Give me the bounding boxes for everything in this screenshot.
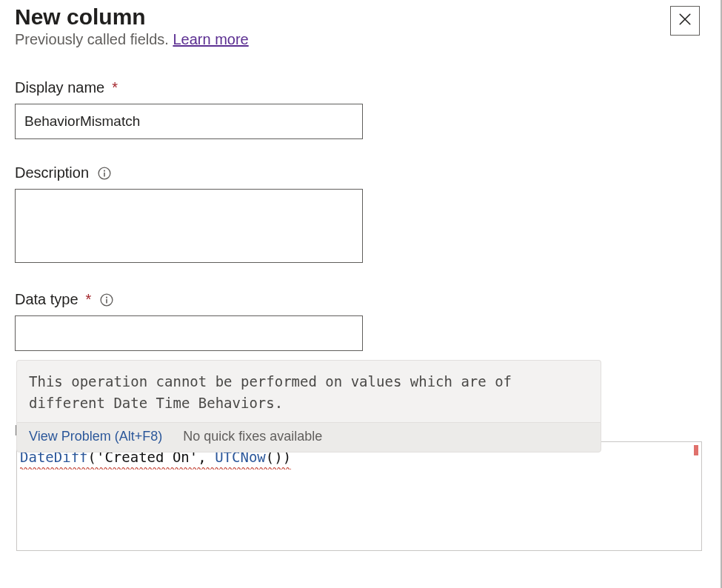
- no-quick-fixes-text: No quick fixes available: [183, 429, 322, 444]
- error-underline-icon: [20, 467, 291, 470]
- description-textarea[interactable]: [15, 189, 363, 263]
- description-label-text: Description: [15, 164, 89, 181]
- field-display-name: Display name *: [15, 79, 706, 139]
- required-marker: *: [112, 79, 118, 96]
- display-name-input[interactable]: [15, 104, 363, 139]
- svg-point-4: [106, 296, 107, 298]
- subtitle-text: Previously called fields.: [15, 31, 173, 47]
- page-subtitle: Previously called fields. Learn more: [15, 31, 706, 48]
- minimap-error-marker[interactable]: [694, 445, 698, 455]
- data-type-select[interactable]: [15, 315, 363, 351]
- required-marker: *: [86, 291, 92, 308]
- data-type-label-text: Data type: [15, 291, 78, 308]
- field-description: Description: [15, 164, 706, 266]
- tooltip-message: This operation cannot be performed on va…: [16, 360, 601, 422]
- close-icon: [678, 13, 692, 29]
- display-name-label-text: Display name: [15, 79, 104, 96]
- tooltip-footer: View Problem (Alt+F8) No quick fixes ava…: [16, 422, 601, 452]
- view-problem-link[interactable]: View Problem (Alt+F8): [29, 429, 162, 444]
- svg-rect-2: [104, 172, 105, 176]
- formula-editor[interactable]: DateDiff('Created On', UTCNow()): [16, 441, 702, 551]
- new-column-panel: New column Previously called fields. Lea…: [0, 0, 722, 588]
- description-label: Description: [15, 164, 706, 181]
- display-name-label: Display name *: [15, 79, 706, 96]
- data-type-label: Data type *: [15, 291, 706, 308]
- error-tooltip: This operation cannot be performed on va…: [16, 360, 601, 452]
- svg-rect-5: [107, 298, 108, 303]
- close-button[interactable]: [670, 6, 700, 36]
- info-icon[interactable]: [100, 293, 113, 307]
- svg-point-1: [104, 170, 105, 171]
- learn-more-link[interactable]: Learn more: [173, 31, 248, 47]
- info-icon[interactable]: [98, 167, 111, 180]
- page-title: New column: [15, 4, 706, 30]
- field-data-type: Data type *: [15, 291, 706, 351]
